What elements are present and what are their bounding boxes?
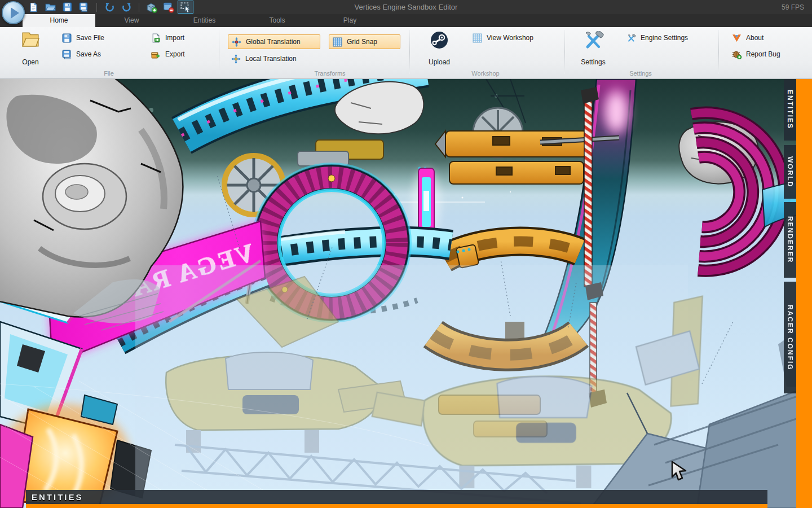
about-button[interactable]: About — [729, 32, 767, 44]
add-box-icon — [146, 2, 157, 13]
group-separator — [219, 30, 219, 74]
open-button[interactable]: Open — [15, 30, 46, 67]
editor-window: Vertices Engine Sandbox Editor 59 FPS — [0, 0, 812, 508]
toolbar-separator — [139, 3, 139, 12]
side-tab-entities[interactable]: ENTITIES — [784, 79, 796, 141]
grid-snap-button[interactable]: Grid Snap — [329, 34, 400, 49]
save-icon — [63, 2, 72, 12]
play-icon — [11, 7, 19, 19]
export-label: Export — [165, 50, 185, 58]
open-folder-big-icon — [21, 31, 40, 48]
tab-entities[interactable]: Entities — [168, 14, 241, 27]
grid-snap-icon — [333, 37, 342, 47]
scene-render: VEGA RACING — [0, 79, 812, 508]
new-file-icon — [29, 2, 38, 12]
add-entity-button[interactable] — [144, 1, 160, 14]
group-separator — [718, 30, 719, 74]
import-label: Import — [165, 34, 184, 42]
report-bug-label: Report Bug — [746, 50, 780, 58]
export-button[interactable]: Export — [148, 48, 188, 60]
undo-icon — [104, 2, 115, 12]
save-as-button[interactable]: Save As — [59, 48, 104, 60]
save-as-label: Save As — [76, 50, 101, 58]
about-label: About — [746, 34, 764, 42]
save-file-icon — [62, 33, 72, 43]
save-file-label: Save File — [76, 34, 104, 42]
side-tab-renderer[interactable]: RENDERER — [784, 202, 796, 278]
select-tool-button[interactable] — [178, 1, 193, 14]
quick-access-toolbar — [25, 1, 194, 14]
entities-panel-accent — [26, 504, 767, 508]
tab-tools[interactable]: Tools — [241, 14, 314, 27]
upload-button[interactable]: Upload — [423, 30, 455, 67]
workshop-grid-icon — [473, 33, 482, 43]
local-translation-label: Local Translation — [245, 55, 297, 63]
transforms-group-label: Transforms — [296, 70, 364, 77]
open-file-button[interactable] — [42, 1, 58, 14]
tab-view[interactable]: View — [95, 14, 168, 27]
settings-tools-icon — [582, 31, 604, 49]
global-translation-button[interactable]: Global Translation — [228, 34, 320, 49]
group-separator — [564, 30, 565, 74]
upload-label: Upload — [429, 58, 450, 66]
view-workshop-label: View Workshop — [487, 34, 533, 42]
fps-counter: 59 FPS — [782, 3, 804, 11]
settings-button[interactable]: Settings — [577, 30, 609, 67]
steam-upload-icon — [430, 31, 448, 49]
settings-group-label: Settings — [607, 70, 674, 77]
play-button[interactable] — [2, 1, 25, 24]
right-accent-bar — [796, 79, 812, 508]
redo-icon — [121, 2, 132, 12]
engine-settings-icon — [626, 34, 636, 42]
export-icon — [151, 50, 161, 59]
new-file-button[interactable] — [25, 1, 41, 14]
import-button[interactable]: Import — [148, 32, 188, 44]
remove-window-icon — [163, 2, 174, 13]
save-all-icon — [79, 2, 89, 12]
local-translation-button[interactable]: Local Translation — [228, 52, 300, 65]
entities-panel-title: ENTITIES — [32, 492, 83, 502]
save-file-button[interactable] — [59, 1, 75, 14]
workshop-group-label: Workshop — [452, 70, 519, 77]
tab-home[interactable]: Home — [23, 14, 95, 27]
global-translation-icon — [232, 37, 241, 47]
toolbar-separator — [96, 3, 97, 12]
save-file-ribbon-button[interactable]: Save File — [59, 32, 108, 44]
undo-button[interactable] — [102, 1, 117, 14]
tab-play[interactable]: Play — [314, 14, 386, 27]
ribbon: Open Save File Save As Import Export Fil… — [0, 27, 812, 79]
redo-button[interactable] — [118, 1, 134, 14]
save-as-icon — [62, 50, 72, 59]
viewport-3d[interactable]: VEGA RACING — [0, 79, 812, 508]
entities-panel-header[interactable]: ENTITIES — [26, 490, 767, 504]
local-translation-icon — [231, 54, 241, 64]
bug-icon — [732, 50, 742, 59]
side-tab-world[interactable]: WORLD — [784, 145, 796, 199]
settings-label: Settings — [581, 58, 605, 66]
engine-settings-label: Engine Settings — [641, 34, 688, 42]
group-separator — [409, 30, 410, 74]
grid-snap-label: Grid Snap — [347, 38, 377, 46]
import-icon — [151, 33, 161, 43]
engine-settings-button[interactable]: Engine Settings — [623, 32, 691, 44]
view-workshop-button[interactable]: View Workshop — [469, 32, 537, 44]
file-group-label: File — [75, 70, 143, 77]
vertices-logo-icon — [732, 34, 742, 42]
selection-rectangle-icon — [180, 2, 191, 13]
ribbon-tabs: Home View Entities Tools Play — [23, 14, 386, 27]
open-label: Open — [22, 58, 38, 66]
side-tab-racer-config[interactable]: RACER CONFIG — [784, 282, 796, 393]
save-all-button[interactable] — [76, 1, 92, 14]
remove-entity-button[interactable] — [161, 1, 176, 14]
report-bug-button[interactable]: Report Bug — [729, 48, 784, 60]
open-folder-icon — [45, 2, 56, 12]
global-translation-label: Global Translation — [246, 38, 301, 46]
